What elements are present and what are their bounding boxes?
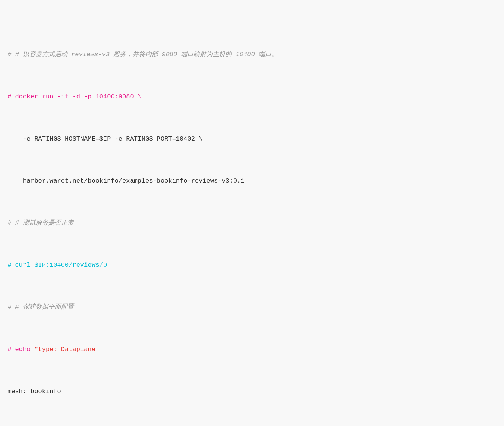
code-text: # # 创建数据平面配置 bbox=[8, 303, 74, 310]
code-text: echo bbox=[15, 346, 34, 353]
code-text: # # 测试服务是否正常 bbox=[8, 219, 74, 226]
code-text: # docker run -it -d -p 10400:9080 \ bbox=[8, 93, 141, 100]
code-hash: # bbox=[8, 346, 15, 353]
code-string: "type: Dataplane bbox=[34, 346, 95, 353]
code-text: # curl $IP:10400/reviews/0 bbox=[8, 261, 107, 268]
code-text: -e RATINGS_HOSTNAME=$IP -e RATINGS_PORT=… bbox=[8, 135, 202, 142]
line-2: # docker run -it -d -p 10400:9080 \ bbox=[8, 92, 493, 102]
line-4: harbor.waret.net/bookinfo/examples-booki… bbox=[8, 176, 493, 186]
line-3: -e RATINGS_HOSTNAME=$IP -e RATINGS_PORT=… bbox=[8, 134, 493, 144]
line-6: # curl $IP:10400/reviews/0 bbox=[8, 260, 493, 270]
code-text: # # 以容器方式启动 reviews-v3 服务，并将内部 9080 端口映射… bbox=[8, 51, 278, 58]
line-8: # echo "type: Dataplane bbox=[8, 344, 493, 355]
line-5: # # 测试服务是否正常 bbox=[8, 218, 493, 228]
code-block: # # 以容器方式启动 reviews-v3 服务，并将内部 9080 端口映射… bbox=[8, 8, 493, 426]
code-text: harbor.waret.net/bookinfo/examples-booki… bbox=[8, 177, 245, 184]
line-9: mesh: bookinfo bbox=[8, 386, 493, 397]
line-7: # # 创建数据平面配置 bbox=[8, 302, 493, 312]
code-container: # # 以容器方式启动 reviews-v3 服务，并将内部 9080 端口映射… bbox=[0, 0, 504, 426]
code-text: mesh: bookinfo bbox=[8, 388, 61, 395]
line-1: # # 以容器方式启动 reviews-v3 服务，并将内部 9080 端口映射… bbox=[8, 50, 493, 60]
